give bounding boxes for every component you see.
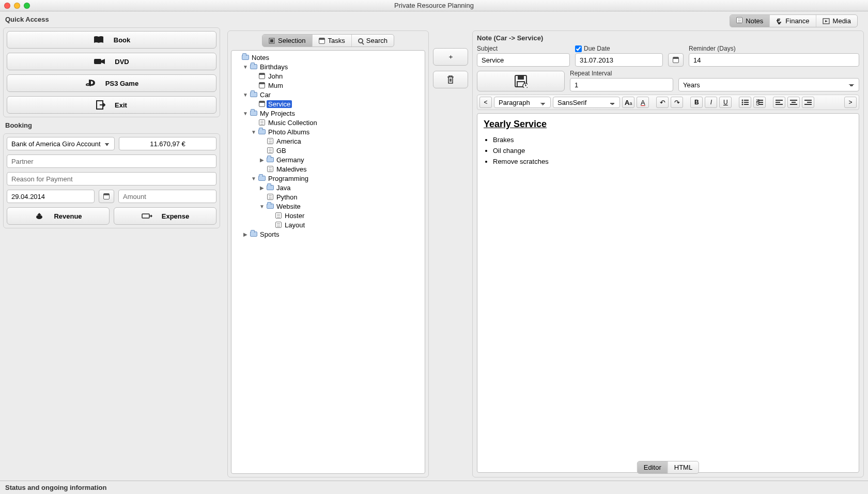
disclosure-arrow-icon[interactable]: ▶ bbox=[242, 231, 249, 237]
tree-node[interactable]: ▶Sports bbox=[231, 229, 425, 239]
tab-media[interactable]: Media bbox=[816, 15, 857, 27]
tree-tab-tasks[interactable]: Tasks bbox=[313, 35, 352, 47]
tree-node[interactable]: Hoster bbox=[231, 211, 425, 220]
tree-node-label: Music Collection bbox=[267, 119, 319, 127]
undo-button[interactable]: ↶ bbox=[656, 97, 669, 108]
calendar-icon bbox=[257, 73, 267, 79]
tree-tab-selection[interactable]: Selection bbox=[262, 35, 312, 47]
note-editor[interactable]: Yearly Service BrakesOil changeRemove sc… bbox=[477, 113, 859, 473]
book-icon bbox=[93, 36, 104, 44]
tab-media-label: Media bbox=[833, 17, 851, 25]
tree-node[interactable]: ▼Photo Albums bbox=[231, 127, 425, 136]
disclosure-arrow-icon[interactable]: ▼ bbox=[242, 111, 249, 116]
view-tab-editor[interactable]: Editor bbox=[638, 461, 668, 473]
tree-node[interactable]: ▶Java bbox=[231, 183, 425, 192]
tree-node[interactable]: ▼Car bbox=[231, 90, 425, 99]
svg-rect-26 bbox=[790, 100, 797, 101]
italic-button[interactable]: I bbox=[705, 97, 717, 108]
disclosure-arrow-icon[interactable]: ▼ bbox=[250, 176, 257, 181]
book-button[interactable]: Book bbox=[7, 31, 216, 49]
add-node-button[interactable]: ＋ bbox=[433, 48, 468, 66]
delete-node-button[interactable] bbox=[433, 71, 468, 88]
reason-input[interactable] bbox=[7, 172, 216, 186]
calendar-icon bbox=[673, 57, 679, 63]
svg-rect-27 bbox=[792, 102, 796, 103]
repeat-unit-select[interactable]: Years bbox=[678, 78, 859, 91]
disclosure-arrow-icon[interactable]: ▶ bbox=[258, 185, 266, 191]
tree-node-label: Birthdays bbox=[258, 63, 289, 71]
folder-icon bbox=[257, 176, 267, 181]
tree-node[interactable]: ▼Website bbox=[231, 202, 425, 211]
svg-rect-31 bbox=[804, 104, 812, 105]
repeat-value-input[interactable] bbox=[570, 78, 673, 91]
tree-node[interactable]: Maledives bbox=[231, 164, 425, 174]
redo-button[interactable]: ↷ bbox=[671, 97, 683, 108]
tree-node[interactable]: Music Collection bbox=[231, 118, 425, 127]
expense-button[interactable]: Expense bbox=[114, 207, 216, 225]
underline-button[interactable]: U bbox=[719, 97, 732, 108]
toolbar-next[interactable]: > bbox=[844, 97, 857, 108]
tab-notes[interactable]: Notes bbox=[730, 15, 770, 27]
balance-field[interactable] bbox=[119, 137, 216, 150]
bullet-list-button[interactable] bbox=[739, 97, 751, 108]
disclosure-arrow-icon[interactable]: ▼ bbox=[250, 129, 257, 135]
tree-node[interactable]: ▼My Projects bbox=[231, 109, 425, 118]
amount-input[interactable] bbox=[118, 190, 216, 203]
ps3-button[interactable]: PS3 Game bbox=[7, 74, 216, 92]
number-list-button[interactable]: 123 bbox=[753, 97, 766, 108]
tree-tab-search[interactable]: Search bbox=[352, 35, 394, 47]
calendar-icon bbox=[103, 193, 110, 199]
tab-notes-label: Notes bbox=[746, 17, 763, 25]
date-input[interactable] bbox=[7, 190, 95, 203]
tree-node-label: Notes bbox=[250, 54, 271, 61]
save-button[interactable] bbox=[477, 71, 565, 91]
exit-button[interactable]: Exit bbox=[7, 96, 216, 114]
tab-finance[interactable]: Finance bbox=[770, 15, 816, 27]
align-right-button[interactable] bbox=[802, 97, 814, 108]
due-date-checkbox[interactable] bbox=[575, 45, 582, 52]
reminder-input[interactable] bbox=[689, 53, 859, 67]
due-date-input[interactable] bbox=[575, 53, 663, 67]
font-size-button[interactable]: Aa bbox=[622, 97, 634, 108]
ps3-label: PS3 Game bbox=[105, 80, 138, 87]
disclosure-arrow-icon[interactable]: ▼ bbox=[242, 64, 249, 70]
revenue-button[interactable]: Revenue bbox=[7, 207, 110, 225]
font-select[interactable]: SansSerif bbox=[553, 97, 620, 108]
tree-node[interactable]: John bbox=[231, 71, 425, 81]
subject-input[interactable] bbox=[477, 53, 570, 67]
tree-node[interactable]: Mum bbox=[231, 81, 425, 90]
tree-node[interactable]: Layout bbox=[231, 220, 425, 229]
bold-button[interactable]: B bbox=[690, 97, 703, 108]
due-date-picker-button[interactable] bbox=[668, 53, 684, 67]
tree-node[interactable]: Python bbox=[231, 192, 425, 202]
partner-input[interactable] bbox=[7, 155, 216, 168]
tree-node[interactable]: America bbox=[231, 136, 425, 146]
tree-node[interactable]: ▼Birthdays bbox=[231, 62, 425, 71]
date-picker-button[interactable] bbox=[99, 190, 114, 203]
dvd-button[interactable]: DVD bbox=[7, 53, 216, 70]
save-icon bbox=[514, 74, 528, 88]
tree-node[interactable]: Service bbox=[231, 99, 425, 109]
disclosure-arrow-icon[interactable]: ▼ bbox=[242, 92, 249, 98]
tree-tabs: Selection Tasks Search bbox=[262, 34, 394, 47]
due-date-label: Due Date bbox=[584, 45, 610, 52]
account-select[interactable]: Bank of America Giro Account bbox=[7, 137, 115, 150]
tree-node[interactable]: ▶Germany bbox=[231, 155, 425, 164]
align-center-button[interactable] bbox=[787, 97, 800, 108]
tree-node[interactable]: GB bbox=[231, 146, 425, 155]
disclosure-arrow-icon[interactable]: ▼ bbox=[258, 204, 266, 209]
trash-icon bbox=[446, 75, 455, 84]
align-left-button[interactable] bbox=[773, 97, 785, 108]
svg-point-15 bbox=[742, 104, 743, 105]
view-tab-html[interactable]: HTML bbox=[668, 461, 699, 473]
tree-node[interactable]: ▼Programming bbox=[231, 174, 425, 183]
folder-icon bbox=[266, 157, 275, 162]
tree-view[interactable]: Notes▼BirthdaysJohnMum▼CarService▼My Pro… bbox=[231, 50, 425, 474]
tree-node[interactable]: Notes bbox=[231, 53, 425, 62]
font-color-button[interactable]: A bbox=[637, 97, 649, 108]
paragraph-select[interactable]: Paragraph bbox=[494, 97, 551, 108]
calendar-icon bbox=[257, 82, 267, 88]
toolbar-prev[interactable]: < bbox=[479, 97, 492, 108]
disclosure-arrow-icon[interactable]: ▶ bbox=[258, 157, 266, 163]
window-title: Private Resource Planning bbox=[0, 2, 868, 9]
